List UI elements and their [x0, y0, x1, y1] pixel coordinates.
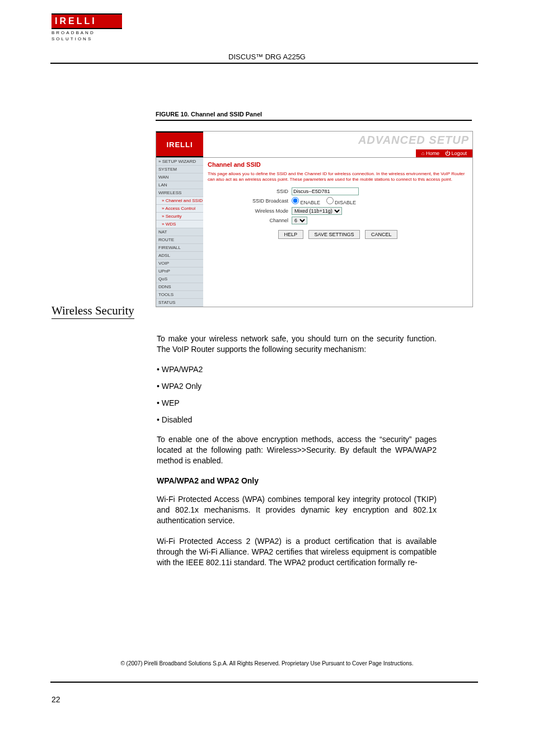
sidebar-item-upnp[interactable]: UPnP: [156, 267, 203, 275]
list-item-wep: WEP: [157, 398, 437, 407]
footer-copyright: © (2007) Pirelli Broadband Solutions S.p…: [0, 660, 534, 666]
list-item-disabled: Disabled: [157, 415, 437, 424]
product-title: DISCUS™ DRG A225G: [0, 53, 534, 61]
broadcast-enable-radio[interactable]: [292, 197, 299, 204]
content-description: This page allows you to define the SSID …: [208, 171, 468, 183]
sidebar-item-setup-wizard[interactable]: » SETUP WIZARD: [156, 158, 203, 166]
list-item-wpa-wpa2: WPA/WPA2: [157, 365, 437, 374]
channel-label: Channel: [208, 218, 292, 223]
sidebar-item-adsl[interactable]: ADSL: [156, 252, 203, 260]
page-number: 22: [51, 695, 60, 704]
home-link[interactable]: Home: [426, 151, 439, 156]
broadcast-label: SSID Broadcast: [208, 198, 292, 204]
logout-link[interactable]: Logout: [451, 151, 467, 156]
figure-underline: [156, 120, 472, 121]
sidebar-item-ddns[interactable]: DDNS: [156, 283, 203, 291]
home-icon[interactable]: ⌂ Home: [421, 151, 439, 156]
save-settings-button[interactable]: SAVE SETTINGS: [308, 230, 360, 239]
broadcast-enable-option[interactable]: ENABLE: [292, 200, 320, 205]
sidebar-item-tools[interactable]: TOOLS: [156, 291, 203, 299]
ssid-input[interactable]: [292, 187, 359, 195]
sidebar-item-security[interactable]: » Security: [156, 213, 203, 220]
sidebar-item-system[interactable]: SYSTEM: [156, 166, 203, 173]
footer-rule: [50, 682, 478, 683]
sidebar-item-status[interactable]: STATUS: [156, 299, 203, 307]
sidebar-item-route[interactable]: ROUTE: [156, 236, 203, 244]
broadcast-enable-text: ENABLE: [301, 200, 321, 205]
channel-select[interactable]: 6: [292, 217, 307, 224]
sidebar-item-wireless[interactable]: WIRELESS: [156, 189, 203, 197]
figure-caption: FIGURE 10. Channel and SSID Panel: [156, 111, 262, 118]
sidebar-item-channel-ssid[interactable]: » Channel and SSID: [156, 197, 203, 205]
mode-select[interactable]: Mixed (11b+11g): [292, 207, 342, 215]
router-admin-panel: IRELLI ADVANCED SETUP ⌂ Home ⏻ Logout » …: [156, 131, 473, 307]
panel-brand-logo: IRELLI: [156, 132, 203, 157]
vendor-logo: IRELLI BROADBAND SOLUTIONS: [51, 13, 122, 41]
list-item-wpa2-only: WPA2 Only: [157, 382, 437, 391]
vendor-logo-text: IRELLI: [51, 13, 122, 29]
sidebar-item-qos[interactable]: QoS: [156, 275, 203, 283]
broadcast-disable-text: DISABLE: [335, 200, 356, 205]
sidebar-item-access-control[interactable]: » Access Control: [156, 205, 203, 213]
figure-number: FIGURE 10.: [156, 111, 189, 118]
logout-icon[interactable]: ⏻ Logout: [445, 151, 467, 156]
sidebar-item-nat[interactable]: NAT: [156, 228, 203, 236]
mode-label: Wireless Mode: [208, 208, 292, 214]
sidebar-item-wan[interactable]: WAN: [156, 173, 203, 181]
vendor-logo-sub2: SOLUTIONS: [51, 35, 122, 41]
broadcast-disable-option[interactable]: DISABLE: [326, 200, 357, 205]
wpa-subheading: WPA/WPA2 and WPA2 Only: [157, 476, 437, 486]
figure-title: Channel and SSID Panel: [191, 111, 262, 118]
section-heading: Wireless Security: [51, 304, 134, 319]
sidebar-item-voip[interactable]: VOIP: [156, 260, 203, 267]
sidebar-item-lan[interactable]: LAN: [156, 181, 203, 189]
intro-paragraph: To make your wireless network safe, you …: [157, 334, 437, 355]
help-button[interactable]: HELP: [278, 230, 304, 239]
body-text: To make your wireless network safe, you …: [157, 334, 437, 578]
ssid-label: SSID: [208, 189, 292, 194]
panel-sidebar: » SETUP WIZARD SYSTEM WAN LAN WIRELESS »…: [156, 158, 203, 307]
panel-topnav: ⌂ Home ⏻ Logout: [416, 149, 472, 157]
panel-mode-title: ADVANCED SETUP: [358, 134, 469, 147]
sidebar-item-firewall[interactable]: FIREWALL: [156, 244, 203, 252]
content-title: Channel and SSID: [208, 161, 468, 168]
broadcast-disable-radio[interactable]: [326, 197, 334, 204]
wpa2-paragraph: Wi-Fi Protected Access 2 (WPA2) is a pro…: [157, 536, 437, 568]
vendor-logo-sub1: BROADBAND: [51, 29, 122, 35]
wpa-paragraph: Wi-Fi Protected Access (WPA) combines te…: [157, 494, 437, 526]
sidebar-item-wds[interactable]: » WDS: [156, 220, 203, 228]
header-rule: [50, 63, 478, 64]
security-modes-list: WPA/WPA2 WPA2 Only WEP Disabled: [157, 365, 437, 424]
cancel-button[interactable]: CANCEL: [365, 230, 398, 239]
panel-content: Channel and SSID This page allows you to…: [203, 158, 472, 307]
enable-paragraph: To enable one of the above encryption me…: [157, 434, 437, 466]
